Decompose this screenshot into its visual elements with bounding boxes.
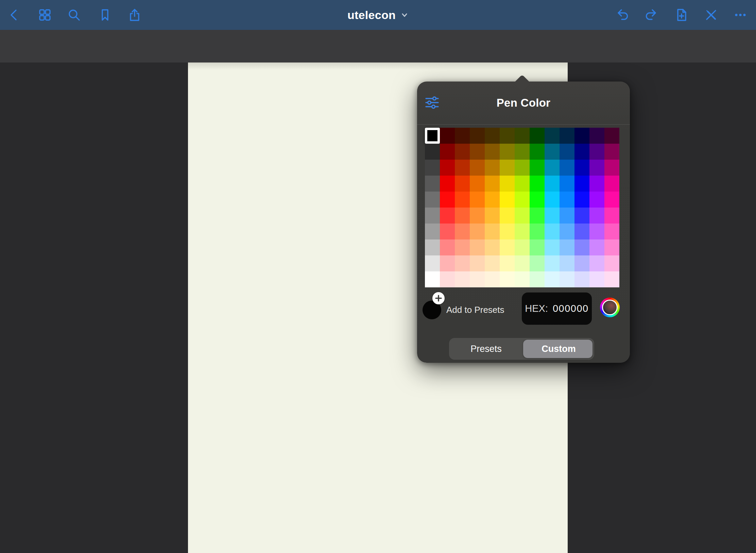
color-cell[interactable] [440,192,455,208]
color-cell[interactable] [500,255,515,271]
document-title[interactable]: utelecon [0,0,756,30]
color-cell[interactable] [604,271,619,287]
tab-presets[interactable]: Presets [449,338,523,360]
color-cell[interactable] [604,128,619,144]
color-cell[interactable] [440,176,455,192]
color-cell[interactable] [589,239,604,255]
color-cell[interactable] [425,192,440,208]
color-cell[interactable] [440,224,455,239]
color-cell[interactable] [470,208,485,224]
color-cell[interactable] [485,128,500,144]
color-cell[interactable] [530,176,545,192]
color-cell[interactable] [530,160,545,176]
color-cell[interactable] [470,239,485,255]
color-cell[interactable] [545,239,560,255]
color-cell[interactable] [470,144,485,160]
color-cell[interactable] [440,128,455,144]
color-cell[interactable] [589,160,604,176]
color-cell[interactable] [425,128,440,144]
color-cell[interactable] [425,208,440,224]
color-cell[interactable] [485,208,500,224]
color-cell[interactable] [515,192,530,208]
color-cell[interactable] [500,224,515,239]
color-cell[interactable] [560,271,574,287]
color-cell[interactable] [455,255,470,271]
color-cell[interactable] [604,160,619,176]
color-cell[interactable] [515,144,530,160]
pages-grid-icon[interactable] [37,7,52,22]
color-cell[interactable] [500,128,515,144]
color-cell[interactable] [515,160,530,176]
color-cell[interactable] [560,176,574,192]
color-cell[interactable] [604,224,619,239]
back-icon[interactable] [7,7,22,22]
color-cell[interactable] [470,224,485,239]
pen-slash-icon[interactable] [704,7,719,22]
color-cell[interactable] [545,128,560,144]
color-cell[interactable] [470,128,485,144]
color-cell[interactable] [470,192,485,208]
color-cell[interactable] [440,271,455,287]
color-cell[interactable] [440,239,455,255]
color-cell[interactable] [440,255,455,271]
color-cell[interactable] [485,176,500,192]
color-cell[interactable] [500,160,515,176]
color-cell[interactable] [425,239,440,255]
color-cell[interactable] [574,144,589,160]
color-cell[interactable] [515,128,530,144]
color-cell[interactable] [560,128,574,144]
color-cell[interactable] [470,271,485,287]
color-cell[interactable] [500,144,515,160]
color-cell[interactable] [455,271,470,287]
color-cell[interactable] [545,208,560,224]
color-cell[interactable] [574,271,589,287]
more-icon[interactable] [733,7,748,22]
color-cell[interactable] [440,144,455,160]
color-cell[interactable] [485,144,500,160]
color-cell[interactable] [604,144,619,160]
color-cell[interactable] [485,255,500,271]
color-cell[interactable] [440,208,455,224]
color-cell[interactable] [425,224,440,239]
color-cell[interactable] [485,271,500,287]
color-cell[interactable] [425,271,440,287]
color-cell[interactable] [574,176,589,192]
color-cell[interactable] [545,160,560,176]
color-cell[interactable] [589,255,604,271]
color-cell[interactable] [604,176,619,192]
color-cell[interactable] [425,160,440,176]
color-cell[interactable] [545,192,560,208]
color-cell[interactable] [500,208,515,224]
color-cell[interactable] [545,271,560,287]
hex-input[interactable]: HEX: 000000 [522,292,592,325]
color-cell[interactable] [530,224,545,239]
color-cell[interactable] [574,192,589,208]
color-cell[interactable] [530,239,545,255]
color-cell[interactable] [574,224,589,239]
color-cell[interactable] [500,192,515,208]
color-cell[interactable] [530,128,545,144]
color-cell[interactable] [545,255,560,271]
color-cell[interactable] [485,160,500,176]
redo-icon[interactable] [644,7,659,22]
color-cell[interactable] [589,128,604,144]
color-cell[interactable] [574,208,589,224]
color-cell[interactable] [530,208,545,224]
color-cell[interactable] [515,255,530,271]
color-cell[interactable] [589,208,604,224]
color-cell[interactable] [485,224,500,239]
color-cell[interactable] [515,176,530,192]
color-cell[interactable] [589,144,604,160]
color-cell[interactable] [455,160,470,176]
undo-icon[interactable] [615,7,630,22]
color-cell[interactable] [515,271,530,287]
color-cell[interactable] [455,192,470,208]
color-cell[interactable] [545,176,560,192]
add-page-icon[interactable] [674,7,689,22]
color-cell[interactable] [425,144,440,160]
color-cell[interactable] [530,192,545,208]
color-cell[interactable] [455,224,470,239]
color-cell[interactable] [455,208,470,224]
color-cell[interactable] [515,208,530,224]
color-cell[interactable] [604,192,619,208]
